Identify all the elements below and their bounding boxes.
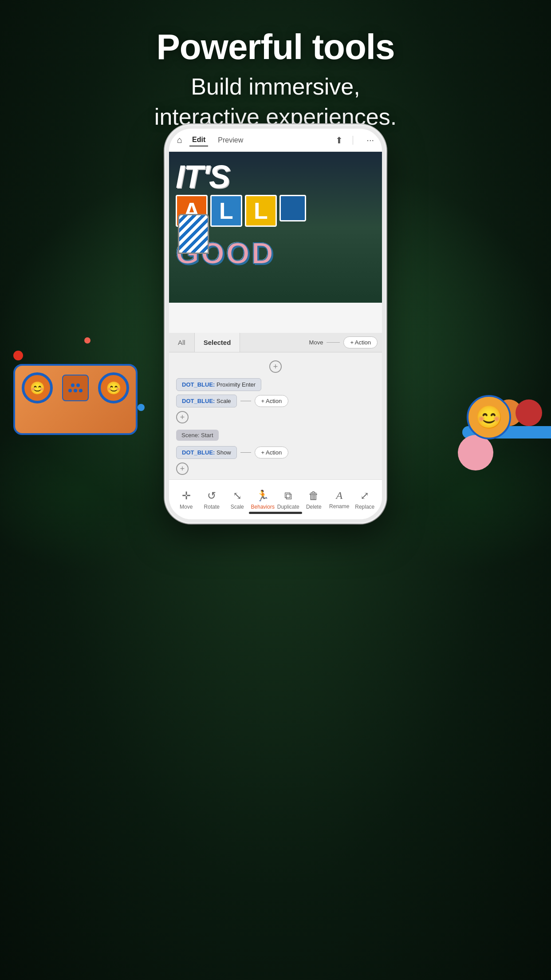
top-heading-section: Powerful tools Build immersive,interacti… [0, 27, 551, 132]
deco-smiley-face: 😊 [467, 395, 511, 439]
pill-event3: Show [216, 449, 231, 456]
tab-preview[interactable]: Preview [215, 134, 246, 146]
home-icon[interactable]: ⌂ [177, 135, 182, 145]
show-pill[interactable]: DOT_BLUE: Show [176, 446, 237, 459]
letter-block-l2: L [245, 195, 277, 227]
letter-block-l1: L [210, 195, 242, 227]
arrow-line [240, 401, 251, 401]
move-action-row: Move + Action [309, 336, 382, 348]
toolbar-rotate[interactable]: ↺ Rotate [199, 490, 225, 510]
phone-container: ⌂ Edit Preview ⬆ ··· IT'S A L L [165, 124, 386, 524]
rename-icon: A [336, 490, 342, 502]
move-icon: ✛ [182, 490, 191, 502]
replace-icon: ⤢ [360, 490, 369, 502]
plus-row-mid: + [176, 409, 375, 425]
deco-dot-red [13, 351, 23, 360]
scene-label-row: Scene: Start [176, 427, 375, 443]
radio-dot [76, 383, 80, 387]
toolbar-duplicate[interactable]: ⧉ Duplicate [276, 490, 301, 510]
main-title: Powerful tools [0, 27, 551, 67]
smiley-right: 😊 [106, 381, 122, 395]
divider [353, 136, 353, 145]
radio-speaker-left: 😊 [22, 372, 53, 403]
deco-radio: 😊 😊 [13, 364, 138, 435]
deco-pink-blob [458, 435, 493, 470]
toolbar-behaviors[interactable]: 🏃 Behaviors [250, 490, 276, 510]
rotate-icon: ↺ [207, 490, 216, 502]
share-icon[interactable]: ⬆ [335, 135, 343, 146]
phone-home-bar [249, 512, 302, 514]
pill-event: Proximity Enter [216, 381, 256, 388]
more-icon[interactable]: ··· [366, 135, 374, 145]
rotate-label: Rotate [204, 504, 220, 510]
show-action-button[interactable]: + Action [255, 447, 289, 458]
radio-dot [79, 389, 83, 392]
circle-red [516, 399, 542, 426]
pill-label-blue3: DOT_BLUE: [182, 449, 215, 456]
candy-spiral-deco [178, 214, 209, 254]
pill-event2: Scale [216, 398, 231, 404]
scene-start-label: Scene: Start [176, 430, 219, 441]
panel-content: + DOT_BLUE: Proximity Enter DOT_B [169, 352, 382, 483]
phone-shell: ⌂ Edit Preview ⬆ ··· IT'S A L L [165, 124, 386, 524]
proximity-enter-pill[interactable]: DOT_BLUE: Proximity Enter [176, 378, 261, 391]
toolbar-replace[interactable]: ⤢ Replace [352, 490, 378, 510]
deco-dot-pink-sm [84, 337, 91, 344]
app-topbar: ⌂ Edit Preview ⬆ ··· [169, 129, 382, 152]
move-label-text: Move [180, 504, 193, 510]
plus-row-bot: + [176, 461, 375, 477]
radio-body: 😊 😊 [13, 364, 138, 435]
toolbar-rename[interactable]: A Rename [327, 490, 352, 510]
scale-action-button[interactable]: + Action [255, 395, 289, 407]
replace-label: Replace [355, 504, 374, 510]
arrow-line2 [240, 452, 251, 453]
show-trigger-row: DOT_BLUE: Show + Action [176, 446, 375, 459]
radio-dot [74, 389, 77, 392]
delete-icon: 🗑 [308, 490, 319, 502]
radio-dot [68, 389, 72, 392]
scale-pill[interactable]: DOT_BLUE: Scale [176, 395, 237, 407]
radio-center [62, 375, 89, 401]
letter-block-sq [279, 195, 306, 221]
toolbar-move[interactable]: ✛ Move [173, 490, 199, 510]
radio-speaker-right: 😊 [98, 372, 129, 403]
canvas-area[interactable]: IT'S A L L GOOD [169, 152, 382, 303]
tab-all[interactable]: All [169, 333, 195, 352]
behaviors-icon: 🏃 [256, 490, 269, 502]
pill-label-blue: DOT_BLUE: [182, 381, 215, 388]
radio-dot [71, 383, 75, 387]
behavior-panel: All Selected Move + Action + [169, 333, 382, 519]
add-trigger-button-2[interactable]: + [176, 411, 189, 423]
rename-label: Rename [329, 503, 349, 510]
duplicate-icon: ⧉ [284, 490, 292, 502]
pill-label-blue2: DOT_BLUE: [182, 398, 215, 404]
duplicate-label: Duplicate [277, 504, 299, 510]
proximity-enter-section: DOT_BLUE: Proximity Enter DOT_BLUE: Scal… [176, 378, 375, 407]
tab-selected[interactable]: Selected [195, 333, 240, 352]
scale-trigger-row: DOT_BLUE: Scale + Action [176, 395, 375, 407]
scene-start-section: Scene: Start DOT_BLUE: Show + Action [176, 427, 375, 459]
deco-dot-blue [138, 404, 145, 411]
move-label: Move [309, 339, 323, 346]
move-action-button[interactable]: + Action [343, 336, 378, 348]
add-trigger-button-3[interactable]: + [176, 462, 189, 475]
scale-icon: ⤡ [233, 490, 242, 502]
scale-label: Scale [231, 504, 244, 510]
canvas-text-its: IT'S [176, 161, 229, 193]
smiley-left: 😊 [30, 381, 45, 395]
radio-dot-row-1 [71, 383, 80, 387]
arrow-connector [327, 342, 340, 343]
proximity-trigger-row: DOT_BLUE: Proximity Enter [176, 378, 375, 391]
tab-edit[interactable]: Edit [189, 134, 208, 146]
main-subtitle: Build immersive,interactive experiences. [0, 72, 551, 132]
behaviors-label: Behaviors [251, 504, 275, 510]
radio-dot-row-2 [68, 389, 83, 392]
delete-label: Delete [306, 504, 322, 510]
toolbar-scale[interactable]: ⤡ Scale [224, 490, 250, 510]
add-trigger-button[interactable]: + [269, 360, 282, 373]
phone-screen: ⌂ Edit Preview ⬆ ··· IT'S A L L [169, 129, 382, 519]
plus-row-top: + [176, 359, 375, 375]
toolbar-delete[interactable]: 🗑 Delete [301, 490, 327, 510]
panel-tabs: All Selected Move + Action [169, 333, 382, 352]
